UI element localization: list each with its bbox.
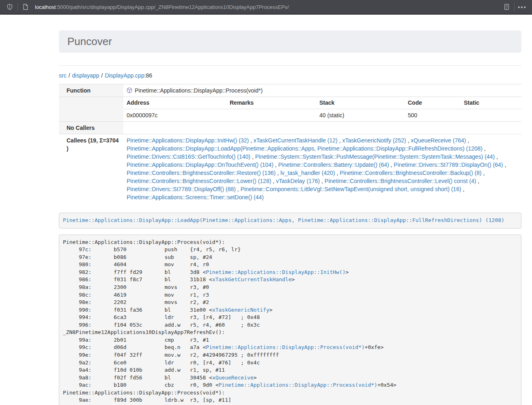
callee-separator: ,	[495, 153, 498, 160]
callee-link[interactable]: Pinetime::Components::LittleVgl::SetNewT…	[241, 186, 461, 192]
shield-icon[interactable]	[4, 2, 15, 12]
toolbar-separator	[514, 3, 515, 11]
callee-separator: ,	[250, 153, 255, 160]
breadcrumb-separator: /	[69, 72, 70, 79]
disassembly: Pinetime::Applications::DisplayApp::Proc…	[59, 235, 521, 405]
page-icon[interactable]	[20, 2, 31, 12]
callee-separator: ,	[482, 145, 486, 152]
overflow-menu-icon[interactable]: •••	[517, 2, 528, 12]
callee-separator: ,	[338, 137, 342, 144]
callee-link[interactable]: Pinetime::Applications::DisplayApp::Init…	[127, 137, 249, 144]
url-host: localhost	[35, 4, 56, 10]
column-header-code: Code	[405, 97, 461, 109]
callee-link[interactable]: Pinetime::Drivers::St7789::DisplayOff() …	[127, 186, 236, 192]
code-symbol-link[interactable]: Pinetime::Applications::DisplayApp::Init…	[206, 269, 345, 275]
no-callers-label: No Callers	[59, 122, 123, 134]
callee-separator: ,	[476, 178, 479, 184]
table-row: Callees (19, Σ=3704 ) Pinetime::Applicat…	[59, 134, 521, 204]
table-row: 0x0000097c 40 (static) 500	[123, 109, 521, 122]
callee-link[interactable]: Pinetime::Drivers::Cst816S::GetTouchInfo…	[127, 153, 250, 160]
app-header: Puncover	[59, 30, 521, 53]
brand-link[interactable]: Puncover	[67, 35, 112, 48]
address-bar[interactable]: localhost:5000/path/src/displayapp/Displ…	[35, 4, 501, 10]
divider	[59, 65, 521, 66]
breadcrumb: src/displayapp/DisplayApp.cpp:86	[59, 72, 521, 79]
url-path: :5000/path/src/displayapp/DisplayApp.cpp…	[56, 4, 289, 10]
callee-link[interactable]: xQueueReceive (764)	[411, 137, 466, 144]
callee-separator: ,	[482, 170, 485, 176]
function-name: Pinetime::Applications::DisplayApp::Proc…	[135, 87, 263, 94]
callee-separator: ,	[236, 186, 241, 192]
callee-link[interactable]: Pinetime::Drivers::St7789::DisplayOn() (…	[394, 162, 503, 168]
callee-separator: ,	[271, 178, 276, 184]
reader-view-icon[interactable]	[501, 2, 512, 12]
browser-toolbar: localhost:5000/path/src/displayapp/Displ…	[0, 0, 532, 15]
callee-separator: ,	[320, 178, 325, 184]
cube-icon	[127, 87, 132, 93]
callee-separator: ,	[461, 186, 465, 192]
callee-link[interactable]: Pinetime::Controllers::Battery::Update()…	[278, 162, 389, 168]
code-symbol-link[interactable]: xTaskGetCurrentTaskHandle	[212, 276, 292, 282]
code-symbol-link[interactable]: Pinetime::Applications::DisplayApp::Proc…	[206, 344, 364, 350]
stack-value: 40 (static)	[316, 109, 405, 122]
callee-link[interactable]: Pinetime::Controllers::BrightnessControl…	[127, 170, 276, 176]
breadcrumb-separator: /	[101, 72, 103, 79]
function-name-cell: Pinetime::Applications::DisplayApp::Proc…	[123, 84, 521, 97]
breadcrumb-line-number: :86	[144, 72, 152, 79]
callees-list: Pinetime::Applications::DisplayApp::Init…	[123, 134, 521, 204]
callee-separator: ,	[466, 137, 469, 144]
breadcrumb-link-file[interactable]: DisplayApp.cpp	[105, 72, 144, 79]
callee-link[interactable]: Pinetime::Controllers::BrightnessControl…	[325, 178, 476, 184]
callee-separator: ,	[274, 162, 278, 168]
table-row: Function Pinetime::Applications::Display…	[59, 84, 521, 97]
column-header-address: Address	[123, 97, 226, 109]
callee-separator: ,	[335, 170, 340, 176]
table-row: Address Remarks Stack Code Static 0x0000…	[59, 97, 521, 122]
function-table: Function Pinetime::Applications::Display…	[59, 84, 521, 203]
callee-link[interactable]: lv_task_handler (420)	[280, 170, 335, 176]
code-symbol-link[interactable]: Pinetime::Applications::DisplayApp::Proc…	[219, 382, 377, 388]
metrics-table: Address Remarks Stack Code Static 0x0000…	[123, 97, 521, 121]
remarks-value	[226, 109, 316, 122]
column-header-remarks: Remarks	[226, 97, 316, 109]
page-container: Puncover src/displayapp/DisplayApp.cpp:8…	[59, 30, 521, 405]
code-symbol-link[interactable]: xTaskGenericNotify	[212, 307, 269, 313]
function-label: Function	[59, 84, 123, 97]
static-value	[461, 109, 521, 122]
highlighted-callee-link[interactable]: Pinetime::Applications::DisplayApp::Load…	[63, 217, 504, 223]
table-row: No Callers	[59, 122, 521, 134]
callee-separator: ,	[503, 162, 506, 168]
callers-cell	[123, 122, 521, 134]
callee-link[interactable]: Pinetime::Controllers::BrightnessControl…	[340, 170, 481, 176]
highlighted-callee: Pinetime::Applications::DisplayApp::Load…	[59, 213, 521, 228]
empty-row-header	[59, 97, 123, 122]
breadcrumb-link-displayapp[interactable]: displayapp	[72, 72, 99, 79]
callee-separator: ,	[406, 137, 411, 144]
column-header-static: Static	[461, 97, 521, 109]
code-symbol-link[interactable]: xQueueReceive	[212, 375, 254, 381]
callee-link[interactable]: Pinetime::System::SystemTask::PushMessag…	[255, 153, 495, 160]
callees-label: Callees (19, Σ=3704 )	[59, 134, 123, 204]
callee-link[interactable]: xTaskGetCurrentTaskHandle (12)	[254, 137, 338, 144]
callee-link[interactable]: Pinetime::Applications::DisplayApp::Load…	[127, 145, 482, 152]
callee-link[interactable]: Pinetime::Applications::Screens::Timer::…	[127, 194, 264, 200]
table-row: Address Remarks Stack Code Static	[123, 97, 521, 109]
callee-link[interactable]: xTaskGenericNotify (252)	[342, 137, 406, 144]
callee-separator: ,	[389, 162, 394, 168]
callee-link[interactable]: Pinetime::Controllers::BrightnessControl…	[127, 178, 271, 184]
address-value: 0x0000097c	[123, 109, 226, 122]
callee-separator: ,	[249, 137, 254, 144]
breadcrumb-link-src[interactable]: src	[59, 72, 67, 79]
callee-link[interactable]: Pinetime::Applications::DisplayApp::OnTo…	[127, 162, 274, 168]
callee-separator: ,	[276, 170, 280, 176]
column-header-stack: Stack	[316, 97, 405, 109]
code-value: 500	[405, 109, 461, 122]
callee-link[interactable]: vTaskDelay (176)	[276, 178, 320, 184]
toolbar-separator	[17, 3, 18, 11]
metrics-cell: Address Remarks Stack Code Static 0x0000…	[123, 97, 521, 122]
